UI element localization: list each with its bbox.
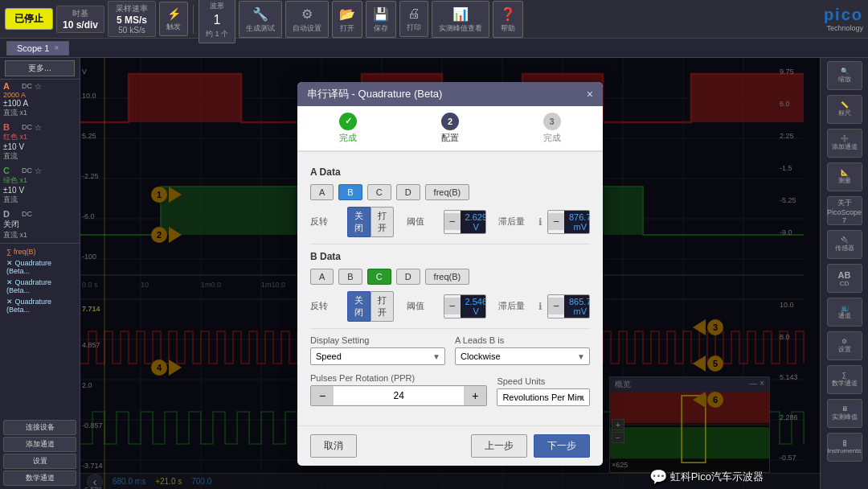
rs-settings-btn[interactable]: ⚙ 设置 <box>827 331 862 360</box>
a-data-btn-b[interactable]: B <box>338 184 362 200</box>
ppr-label: Pulses Per Rotation (PPR) <box>310 373 487 383</box>
rs-channels-btn[interactable]: 📺 通道 <box>827 298 862 327</box>
channel-a-star[interactable]: ☆ <box>35 82 42 91</box>
add-channel-btn[interactable]: 添加通道 <box>3 437 76 452</box>
ppr-plus-btn[interactable]: + <box>464 386 486 405</box>
monitor-button[interactable]: 📊 实测峰值查看 <box>432 1 489 38</box>
modal-overlay: 串行译码 - Quadrature (Beta) × ✓ 完成 2 配置 3 <box>80 58 820 489</box>
auto-setup-button[interactable]: ⚙ 自动设置 <box>285 1 329 38</box>
connect-device-btn[interactable]: 连接设备 <box>3 420 76 435</box>
a-invert-off[interactable]: 关闭 <box>347 207 371 237</box>
b-invert-off[interactable]: 关闭 <box>347 291 371 322</box>
tab-close-icon[interactable]: × <box>54 43 59 52</box>
b-data-buttons-row: A B C D freq(B) <box>310 269 590 285</box>
b-hysteresis-label: 滞后量 <box>498 300 530 312</box>
left-sidebar: 更多... A DC ☆ 2000 A ±100 A 直流 x1 B DC <box>0 58 80 489</box>
freq-b-item[interactable]: ∑ freq(B) <box>3 246 76 257</box>
b-hysteresis-minus[interactable]: − <box>548 298 564 314</box>
rs-ab-btn[interactable]: AB CD <box>827 264 862 293</box>
a-hysteresis-input: − 876.7 mV + <box>547 210 590 234</box>
a-leads-b-col: A Leads B is Clockwise Counter-Clockwise… <box>455 335 590 365</box>
a-threshold-label: 阈值 <box>407 216 439 228</box>
waveform-button[interactable]: 波形 1 约 1 个 <box>199 0 235 43</box>
ppr-col: Pulses Per Rotation (PPR) − + <box>310 373 487 406</box>
time-base-value: 10 s/div <box>63 19 98 31</box>
a-leads-b-select[interactable]: Clockwise Counter-Clockwise <box>455 347 590 365</box>
more-button[interactable]: 更多... <box>5 60 75 76</box>
b-invert-on[interactable]: 打开 <box>371 291 394 322</box>
a-data-btn-a[interactable]: A <box>310 184 334 200</box>
ppr-input[interactable] <box>334 387 464 405</box>
b-data-btn-c[interactable]: C <box>367 269 391 285</box>
quadrature-3-item[interactable]: ✕ Quadrature (Beta... <box>3 296 76 315</box>
channel-a-label: A <box>3 81 19 91</box>
rs-picoscope-btn[interactable]: 关于PicoScope 7 <box>827 196 862 225</box>
step-3[interactable]: 3 完成 <box>501 106 603 150</box>
a-invert-toggle: 关闭 打开 <box>347 207 394 237</box>
channel-a-item[interactable]: A DC ☆ 2000 A ±100 A 直流 x1 <box>0 80 80 120</box>
print-button[interactable]: 🖨 打印 <box>399 1 428 37</box>
dialog-close-btn[interactable]: × <box>587 88 593 101</box>
save-button[interactable]: 💾 保存 <box>366 1 396 38</box>
open-button[interactable]: 📂 打开 <box>332 1 362 38</box>
a-hysteresis-minus[interactable]: − <box>548 213 564 230</box>
channel-c-star[interactable]: ☆ <box>35 166 42 175</box>
divider-2 <box>310 328 590 329</box>
speed-units-select[interactable]: Revolutions Per Minute Revolutions Per S… <box>497 388 590 406</box>
help-button[interactable]: ❓ 帮助 <box>493 1 523 38</box>
b-data-btn-d[interactable]: D <box>396 269 420 285</box>
channel-b-star[interactable]: ☆ <box>35 123 42 132</box>
rs-math-btn[interactable]: ∑ 数学通道 <box>827 365 862 394</box>
quadrature-2-item[interactable]: ✕ Quadrature (Beta... <box>3 277 76 296</box>
gen-test-button[interactable]: 🔧 生成测试 <box>239 1 282 38</box>
settings-btn[interactable]: 设置 <box>3 454 76 469</box>
b-data-btn-b[interactable]: B <box>338 269 362 285</box>
b-hysteresis-info-icon[interactable]: ℹ <box>538 301 542 312</box>
right-sidebar: 🔍 缩放 📏 标尺 ➕ 添加通道 📐 测量 关于PicoScope 7 🔌 传感… <box>820 58 868 489</box>
a-data-btn-c[interactable]: C <box>367 184 391 200</box>
a-data-header: A Data <box>310 166 590 178</box>
rs-monitor-btn[interactable]: 🖥 实测峰值 <box>827 399 862 428</box>
scope-tab-1[interactable]: Scope 1 × <box>6 41 69 55</box>
channel-c-label: C <box>3 166 19 175</box>
a-data-buttons-row: A B C D freq(B) <box>310 184 590 200</box>
a-invert-on[interactable]: 打开 <box>371 207 394 237</box>
a-threshold-minus[interactable]: − <box>444 213 461 230</box>
dialog-footer: 取消 上一步 下一步 <box>297 425 603 466</box>
sample-rate-label: 采样速率 <box>116 3 148 14</box>
cancel-button[interactable]: 取消 <box>310 434 357 458</box>
rs-zoom-btn[interactable]: 🔍 缩放 <box>827 61 862 90</box>
b-invert-label: 反转 <box>310 300 342 312</box>
dialog-title-bar: 串行译码 - Quadrature (Beta) × <box>297 82 603 106</box>
b-data-btn-a[interactable]: A <box>310 269 334 285</box>
channel-c-item[interactable]: C DC ☆ 绿色 x1 ±10 V 直流 <box>0 164 80 207</box>
rs-instrument-btn[interactable]: 🎛 Instruments <box>827 433 862 462</box>
b-hysteresis-value: 865.7 mV <box>564 295 590 318</box>
next-button[interactable]: 下一步 <box>534 434 590 458</box>
stop-button[interactable]: 已停止 <box>5 8 53 30</box>
rs-sensor-btn[interactable]: 🔌 传感器 <box>827 230 862 259</box>
b-threshold-minus[interactable]: − <box>444 298 461 314</box>
speed-units-col: Speed Units Revolutions Per Minute Revol… <box>497 376 590 406</box>
rs-ruler-btn[interactable]: 📏 标尺 <box>827 95 862 124</box>
quadrature-1-item[interactable]: ✕ Quadrature (Beta... <box>3 257 76 277</box>
rs-measure-btn[interactable]: 📐 测量 <box>827 162 862 191</box>
step-2[interactable]: 2 配置 <box>399 106 502 150</box>
channel-b-item[interactable]: B DC ☆ 红色 x1 ±10 V 直流 <box>0 121 80 163</box>
b-data-header: B Data <box>310 251 590 262</box>
trigger-button[interactable]: ⚡ 触发 <box>159 2 188 36</box>
math-channel-btn[interactable]: 数学通道 <box>3 471 76 486</box>
a-data-btn-freq[interactable]: freq(B) <box>425 184 470 200</box>
a-data-btn-d[interactable]: D <box>396 184 420 200</box>
prev-button[interactable]: 上一步 <box>471 434 527 458</box>
a-leads-b-label: A Leads B is <box>455 335 590 345</box>
ppr-minus-btn[interactable]: − <box>311 386 334 405</box>
b-data-btn-freq[interactable]: freq(B) <box>425 269 470 285</box>
channel-d-item[interactable]: D DC 关闭 直流 x1 <box>0 208 80 242</box>
rs-add-channel-btn[interactable]: ➕ 添加通道 <box>827 129 862 158</box>
display-setting-select[interactable]: Speed Position Direction <box>310 347 445 365</box>
sample-rate-group: 采样速率 5 MS/s 50 kS/s <box>108 1 156 37</box>
display-setting-label: Display Setting <box>310 335 445 345</box>
a-hysteresis-info-icon[interactable]: ℹ <box>538 216 542 228</box>
step-1[interactable]: ✓ 完成 <box>297 106 399 150</box>
